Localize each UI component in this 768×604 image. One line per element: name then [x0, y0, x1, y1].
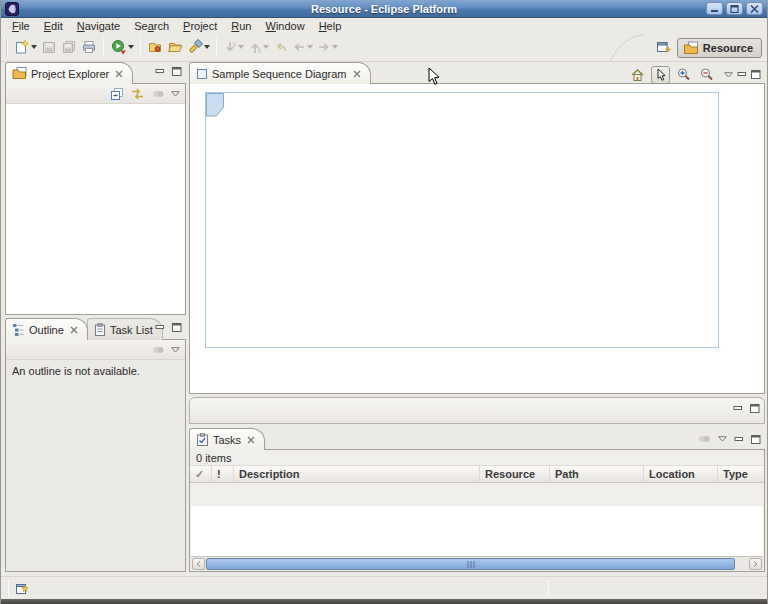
view-menu-button[interactable] [718, 436, 727, 442]
tab-outline[interactable]: Outline [5, 318, 88, 340]
link-with-editor-button[interactable] [130, 87, 145, 101]
eclipse-window: Resource - Eclipse Platform File Edit Na… [0, 0, 768, 604]
chevron-down-icon [718, 436, 727, 442]
tab-close-button[interactable] [247, 436, 255, 444]
save-icon [41, 39, 57, 55]
fast-view-button[interactable] [15, 582, 31, 596]
view-maximize-button[interactable] [751, 435, 761, 444]
forward-button[interactable] [315, 36, 340, 59]
open-perspective-button[interactable] [654, 36, 673, 59]
outline-icon [12, 323, 25, 336]
view-minimize-button[interactable] [737, 70, 747, 79]
collapse-all-button[interactable] [110, 87, 124, 101]
run-last-tool-dropdown[interactable] [128, 45, 134, 49]
next-annotation-button[interactable] [221, 36, 246, 59]
menu-help[interactable]: Help [312, 18, 349, 33]
column-priority[interactable]: ! [212, 466, 234, 482]
forward-dropdown[interactable] [332, 45, 338, 49]
scroll-left-button[interactable] [192, 558, 205, 570]
view-maximize-button[interactable] [172, 323, 182, 332]
view-menu-disabled-button[interactable] [151, 88, 165, 100]
menu-bar: File Edit Navigate Search Project Run Wi… [1, 18, 767, 33]
tab-project-explorer[interactable]: Project Explorer [5, 62, 133, 84]
sequence-diagram-frame[interactable] [205, 92, 719, 348]
tab-close-button[interactable] [70, 326, 78, 334]
project-explorer-body [5, 84, 186, 315]
view-minimize-button[interactable] [733, 404, 743, 413]
view-menu-button[interactable] [171, 91, 180, 97]
previous-annotation-dropdown[interactable] [263, 45, 269, 49]
menu-edit[interactable]: Edit [37, 18, 70, 33]
zoom-out-button[interactable] [697, 65, 716, 84]
view-menu-button[interactable] [171, 347, 180, 353]
home-button[interactable] [628, 66, 647, 84]
close-icon [750, 5, 759, 13]
tab-sample-sequence-diagram[interactable]: Sample Sequence Diagram [189, 62, 371, 84]
tasks-view: Tasks 0 items ✓ ! Description [189, 428, 765, 572]
menu-project[interactable]: Project [176, 18, 224, 33]
view-menu-button[interactable] [724, 72, 733, 78]
perspective-resource-button[interactable]: Resource [677, 38, 762, 58]
column-resource[interactable]: Resource [480, 466, 550, 482]
column-location[interactable]: Location [644, 466, 718, 482]
select-tool-button[interactable] [651, 66, 670, 84]
menu-run[interactable]: Run [224, 18, 258, 33]
tab-label: Tasks [213, 434, 241, 446]
save-all-icon [61, 39, 77, 55]
view-minimize-button[interactable] [155, 67, 165, 76]
column-completed[interactable]: ✓ [190, 466, 212, 482]
outline-disabled-button[interactable] [151, 344, 165, 356]
next-annotation-dropdown[interactable] [238, 45, 244, 49]
open-resource-button[interactable] [165, 36, 185, 59]
back-button[interactable] [290, 36, 315, 59]
window-maximize-button[interactable] [726, 2, 743, 15]
print-button[interactable] [79, 36, 99, 59]
new-wizard-dropdown[interactable] [31, 45, 37, 49]
menu-file[interactable]: File [5, 18, 37, 33]
view-minimize-button[interactable] [734, 435, 744, 444]
new-wizard-button[interactable] [12, 36, 39, 59]
tasks-horizontal-scrollbar[interactable] [191, 556, 763, 570]
diagram-editor-canvas[interactable] [189, 84, 765, 394]
scroll-left-icon [196, 561, 201, 567]
tasks-body: 0 items ✓ ! Description Resource Path Lo… [189, 450, 765, 572]
tab-tasks[interactable]: Tasks [189, 428, 265, 450]
tab-task-list[interactable]: Task List [87, 318, 163, 340]
column-type[interactable]: Type [718, 466, 764, 482]
tab-close-button[interactable] [115, 70, 123, 78]
tab-close-button[interactable] [353, 70, 361, 78]
menu-window[interactable]: Window [258, 18, 311, 33]
view-maximize-button[interactable] [172, 67, 182, 76]
last-edit-location-button[interactable] [271, 36, 290, 59]
scrollbar-thumb[interactable] [206, 558, 735, 570]
open-element-button[interactable] [145, 36, 165, 59]
save-all-button[interactable] [59, 36, 79, 59]
column-description[interactable]: Description [234, 466, 480, 482]
run-last-tool-button[interactable] [108, 36, 136, 59]
disabled-action-icon [697, 433, 711, 445]
diagram-frame-label-shape[interactable] [206, 93, 225, 117]
window-close-button[interactable] [746, 2, 763, 15]
window-minimize-button[interactable] [706, 2, 723, 15]
toolbar-drag-handle[interactable] [6, 38, 8, 57]
view-maximize-button[interactable] [751, 70, 761, 79]
search-dropdown[interactable] [204, 45, 210, 49]
tasks-disabled-button[interactable] [697, 433, 711, 445]
menu-search[interactable]: Search [127, 18, 176, 33]
outline-body: An outline is not available. [5, 340, 186, 572]
tasks-table-body[interactable] [191, 506, 763, 556]
outline-message: An outline is not available. [6, 360, 185, 382]
view-maximize-button[interactable] [750, 404, 760, 413]
menu-navigate[interactable]: Navigate [70, 18, 127, 33]
save-button[interactable] [39, 36, 59, 59]
scroll-right-button[interactable] [749, 558, 762, 570]
zoom-in-button[interactable] [674, 65, 693, 84]
zoom-out-icon [699, 67, 714, 82]
column-path[interactable]: Path [550, 466, 644, 482]
window-bottom-edge [1, 599, 767, 604]
previous-annotation-button[interactable] [246, 36, 271, 59]
view-minimize-button[interactable] [155, 323, 165, 332]
search-button[interactable] [185, 36, 212, 59]
project-explorer-tree[interactable] [6, 105, 185, 314]
back-dropdown[interactable] [307, 45, 313, 49]
